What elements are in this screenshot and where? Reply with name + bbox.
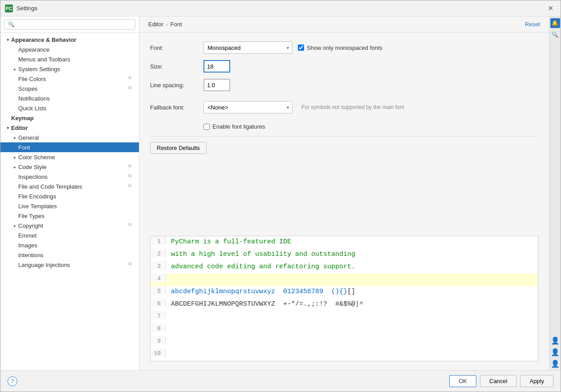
settings-window: PC Settings ✕ ▾ Appearance & Behavior Ap…	[0, 0, 561, 392]
chevron-right-icon: ▸	[11, 65, 18, 73]
preview-line-10: 10	[150, 348, 538, 361]
divider	[150, 136, 538, 137]
title-bar-left: PC Settings	[5, 4, 37, 12]
sidebar-item-menus-toolbars[interactable]: Menus and Toolbars	[0, 54, 139, 64]
copy-icon: ⧉	[128, 183, 135, 190]
search-input[interactable]	[4, 19, 135, 30]
line-number: 6	[150, 299, 166, 307]
line-number: 8	[150, 323, 166, 332]
spacer	[11, 85, 18, 92]
avatar-edge-2[interactable]: 👤	[550, 347, 560, 357]
sidebar-item-color-scheme[interactable]: ▸ Color Scheme	[0, 152, 139, 162]
restore-row: Restore Defaults	[150, 142, 538, 154]
line-content	[166, 274, 538, 277]
line-spacing-control	[203, 79, 230, 91]
copy-icon: ⧉	[128, 85, 135, 92]
sidebar-item-scopes[interactable]: Scopes ⧉	[0, 84, 139, 93]
chevron-right-icon: ▸	[11, 163, 18, 170]
font-control: Monospaced Show only monospaced fonts	[203, 41, 382, 54]
show-monospaced-label[interactable]: Show only monospaced fonts	[298, 44, 382, 51]
sidebar-item-code-style[interactable]: ▸ Code Style ⧉	[0, 162, 139, 172]
line-content: with a high level of usability and outst…	[166, 249, 538, 260]
spacer	[11, 173, 18, 180]
spacer	[11, 75, 18, 82]
breadcrumb-current: Font	[171, 21, 182, 28]
preview-line-9: 9	[150, 336, 538, 348]
copy-icon: ⧉	[128, 75, 135, 82]
sidebar-item-copyright[interactable]: ▸ Copyright ⧉	[0, 221, 139, 230]
sidebar-item-file-colors[interactable]: File Colors ⧉	[0, 74, 139, 84]
close-button[interactable]: ✕	[545, 3, 556, 13]
sidebar-item-emmet[interactable]: Emmet	[0, 230, 139, 240]
sidebar-item-appearance-behavior[interactable]: ▾ Appearance & Behavior	[0, 35, 139, 44]
breadcrumb-separator: ›	[166, 22, 168, 27]
window-title: Settings	[16, 5, 37, 12]
line-number: 4	[150, 274, 166, 282]
avatar-edge-1[interactable]: 👤	[550, 335, 560, 345]
notifications-edge-btn[interactable]: 🔔	[550, 18, 560, 28]
sidebar-item-file-code-templates[interactable]: File and Code Templates ⧉	[0, 182, 139, 191]
preview-line-5: 5 abcdefghijklmnopqrstuvwxyz 0123456789 …	[150, 286, 538, 299]
sidebar-item-general[interactable]: ▸ General	[0, 133, 139, 142]
ok-button[interactable]: OK	[449, 375, 476, 387]
spacer	[11, 56, 18, 63]
sidebar-item-live-templates[interactable]: Live Templates	[0, 201, 139, 211]
line-content: abcdefghijklmnopqrstuvwxyz 0123456789 ()…	[166, 286, 538, 297]
chevron-right-icon: ▸	[11, 222, 18, 229]
line-spacing-row: Line spacing:	[150, 79, 538, 91]
preview-line-6: 6 ABCDEFGHIJKLMNOPQRSTUVWXYZ +-*/=.,;:!?…	[150, 299, 538, 311]
sidebar-item-notifications[interactable]: Notifications	[0, 93, 139, 103]
avatar-edge-3[interactable]: 👤	[550, 359, 560, 368]
settings-content: Font: Monospaced Show only monospaced fo…	[139, 32, 549, 236]
cancel-button[interactable]: Cancel	[480, 375, 516, 387]
ligatures-checkbox[interactable]	[203, 124, 210, 130]
size-label: Size:	[150, 63, 203, 70]
line-content	[166, 323, 538, 327]
help-button[interactable]: ?	[8, 376, 17, 386]
sidebar-item-quick-lists[interactable]: Quick Lists	[0, 103, 139, 113]
fallback-label: Fallback font:	[150, 104, 203, 111]
restore-defaults-button[interactable]: Restore Defaults	[150, 142, 207, 154]
preview-line-8: 8	[150, 323, 538, 336]
breadcrumb: Editor › Font	[148, 21, 182, 28]
sidebar-item-images[interactable]: Images	[0, 240, 139, 250]
spacer	[11, 202, 18, 210]
sidebar: ▾ Appearance & Behavior Appearance Menus…	[0, 16, 139, 370]
reset-link[interactable]: Reset	[525, 21, 540, 28]
sidebar-item-file-types[interactable]: File Types	[0, 211, 139, 221]
preview-area: 1 PyCharm is a full-featured IDE 2 with …	[150, 236, 538, 361]
sidebar-item-system-settings[interactable]: ▸ System Settings	[0, 64, 139, 74]
ligatures-label[interactable]: Enable font ligatures	[203, 123, 265, 130]
copy-icon: ⧉	[128, 222, 135, 229]
line-content: PyCharm is a full-featured IDE	[166, 236, 538, 247]
size-input[interactable]	[203, 60, 230, 73]
fallback-select[interactable]: <None>	[203, 101, 293, 113]
preview-line-3: 3 advanced code editing and refactoring …	[150, 261, 538, 274]
copy-icon: ⧉	[128, 261, 135, 268]
title-bar: PC Settings ✕	[0, 0, 561, 16]
sidebar-item-editor[interactable]: ▾ Editor	[0, 123, 139, 133]
line-spacing-input[interactable]	[203, 79, 230, 91]
show-monospaced-checkbox[interactable]	[298, 44, 304, 51]
sidebar-item-keymap[interactable]: Keymap	[0, 113, 139, 123]
spacer	[11, 183, 18, 190]
right-edge-panel: 🔔 🔍 👤 👤 👤	[549, 16, 561, 370]
right-panel: Editor › Font Reset Font: Monospaced	[139, 16, 549, 370]
sidebar-item-intentions[interactable]: Intentions	[0, 250, 139, 260]
sidebar-item-inspections[interactable]: Inspections ⧉	[0, 172, 139, 182]
font-select[interactable]: Monospaced	[203, 41, 293, 54]
breadcrumb-parent: Editor	[148, 21, 163, 28]
sidebar-item-language-injections[interactable]: Language Injections ⧉	[0, 260, 139, 270]
line-content: ABCDEFGHIJKLMNOPQRSTUVWXYZ +-*/=.,;:!? #…	[166, 299, 538, 310]
apply-button[interactable]: Apply	[520, 375, 553, 387]
line-number: 2	[150, 249, 166, 257]
font-row: Font: Monospaced Show only monospaced fo…	[150, 41, 538, 54]
spacer	[11, 232, 18, 239]
line-number: 10	[150, 348, 166, 357]
sidebar-item-appearance[interactable]: Appearance	[0, 44, 139, 54]
sidebar-item-font[interactable]: Font	[0, 142, 139, 152]
sidebar-item-file-encodings[interactable]: File Encodings	[0, 191, 139, 201]
fallback-select-wrapper: <None>	[203, 101, 293, 113]
spacer	[11, 251, 18, 259]
search-edge-btn[interactable]: 🔍	[550, 30, 560, 40]
